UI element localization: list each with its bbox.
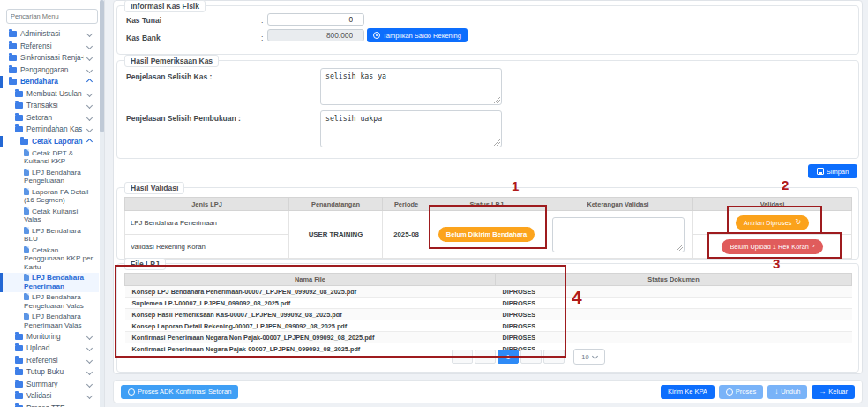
- colon: :: [261, 16, 263, 25]
- chevron-down-icon: [86, 393, 93, 399]
- sidebar-item-lpj-bendahara-pengeluaran-valas[interactable]: LPJ Bendahara Pengeluaran Valas: [0, 292, 99, 312]
- periode-cell: 2025-08: [383, 211, 430, 259]
- sidebar-item-label: Upload: [26, 344, 84, 353]
- table-row: Konfirmasi Penerimaan Negara Non Pajak-0…: [125, 332, 852, 343]
- simpan-button[interactable]: Simpan: [808, 164, 857, 178]
- sidebar-item-sinkronisasi-renja-rka[interactable]: Sinkronisasi Renja-RKA: [0, 52, 99, 64]
- folder-icon: [15, 381, 23, 388]
- folder-icon: [9, 31, 17, 37]
- sidebar-item-penganggaran[interactable]: Penganggaran: [0, 64, 99, 77]
- sidebar-item-setoran[interactable]: Setoran: [0, 112, 99, 124]
- col-nama-file: Nama File: [125, 274, 496, 286]
- pager-prev-button[interactable]: ‹: [475, 350, 496, 364]
- file-icon: [24, 274, 29, 281]
- sidebar-item-lpj-bendahara-blu[interactable]: LPJ Bendahara BLU: [0, 225, 99, 245]
- tampilkan-saldo-rekening-button[interactable]: Tampilkan Saldo Rekening: [367, 28, 468, 42]
- sidebar-item-monitoring[interactable]: Monitoring: [0, 331, 99, 343]
- sidebar-item-transaksi[interactable]: Transaksi: [0, 100, 99, 112]
- keterangan-validasi-cell: [543, 211, 693, 259]
- sidebar-item-label: Cetak DPT & Kuitansi KKP: [24, 149, 73, 166]
- chevron-down-icon: [86, 369, 93, 375]
- sidebar-item-referensi[interactable]: Referensi: [0, 41, 99, 53]
- sidebar-item-cetak-kuitansi-valas[interactable]: Cetak Kuitansi Valas: [0, 206, 99, 225]
- kas-bank-label: Kas Bank: [126, 34, 161, 42]
- belum-upload-rek-koran-button[interactable]: Belum Upload 1 Rek Koran›: [722, 239, 822, 254]
- selisih-kas-textarea[interactable]: selisih kas ya: [320, 68, 502, 105]
- footer-action-bar: Proses ADK Konfirmasi Setoran Kirim Ke K…: [113, 380, 863, 403]
- col-periode: Periode: [383, 198, 430, 211]
- chevron-right-icon: ›: [812, 243, 815, 250]
- sidebar-item-label: Membuat Usulan: [26, 90, 84, 99]
- chevron-down-icon: [86, 55, 93, 61]
- chevron-down-icon: [86, 31, 93, 37]
- file-status-cell: DIPROSES: [496, 320, 852, 332]
- pager-first-button[interactable]: «: [452, 350, 473, 364]
- chevron-down-icon: [86, 358, 93, 364]
- file-status-cell: DIPROSES: [496, 332, 852, 343]
- sidebar: Administrasi Referensi Sinkronisasi Renj…: [0, 0, 105, 407]
- sidebar-item-label: Pemindahan Kas: [26, 125, 84, 134]
- button-label: Belum Upload 1 Rek Koran: [730, 243, 809, 251]
- sidebar-item-cetak-laporan[interactable]: Cetak Laporan: [0, 136, 99, 148]
- proses-button[interactable]: Proses: [719, 385, 763, 399]
- folder-icon: [9, 55, 17, 61]
- keluar-button[interactable]: →Keluar: [812, 385, 855, 399]
- button-label: Proses: [736, 388, 756, 396]
- sidebar-item-lpj-bendahara-penerimaan-valas[interactable]: LPJ Bendahara Penerimaan Valas: [0, 312, 99, 331]
- menu-search-input[interactable]: [6, 9, 98, 24]
- col-status-lpj: Status LPJ: [430, 198, 543, 211]
- file-name-cell: Konsep Hasil Pemeriksaan Kas-00007_LPJPE…: [125, 309, 496, 320]
- file-name-cell: Konsep LPJ Bendahara Penerimaan-00007_LP…: [125, 286, 496, 298]
- sidebar-item-label: Laporan FA Detail (16 Segmen): [24, 188, 88, 205]
- pager-last-button[interactable]: »: [543, 350, 565, 364]
- file-icon: [24, 293, 29, 300]
- chevron-up-icon: [86, 79, 93, 85]
- kas-tunai-input[interactable]: [267, 13, 364, 26]
- sidebar-item-cetakan-penggunaan-kkp[interactable]: Cetakan Penggunaan KKP per Kartu: [0, 245, 99, 273]
- kas-bank-input: [267, 29, 364, 41]
- keterangan-validasi-textarea[interactable]: [552, 217, 685, 252]
- table-row: Konsep Hasil Pemeriksaan Kas-00007_LPJPE…: [125, 309, 852, 320]
- sidebar-item-membuat-usulan[interactable]: Membuat Usulan: [0, 88, 99, 101]
- table-header-row: Jenis LPJ Penandatangan Periode Status L…: [125, 198, 852, 211]
- sidebar-item-proses-tte[interactable]: Proses TTE: [0, 403, 99, 407]
- proses-adk-konfirmasi-setoran-button[interactable]: Proses ADK Konfirmasi Setoran: [121, 385, 238, 399]
- jenis-lpj-cell: Validasi Rekening Koran: [125, 235, 289, 259]
- sidebar-item-tutup-buku[interactable]: Tutup Buku: [0, 366, 99, 379]
- folder-icon: [15, 102, 23, 109]
- colon: :: [261, 34, 263, 42]
- sidebar-item-cetak-dpt-kuitansi-kkp[interactable]: Cetak DPT & Kuitansi KKP: [0, 147, 99, 167]
- kirim-ke-kpa-button[interactable]: Kirim Ke KPA: [661, 385, 715, 399]
- sidebar-item-validasi[interactable]: Validasi: [0, 390, 99, 403]
- sidebar-scrollbar[interactable]: [100, 0, 104, 132]
- save-icon: [817, 168, 824, 175]
- file-icon: [24, 246, 29, 253]
- page-size-select[interactable]: 10: [573, 349, 605, 365]
- sidebar-item-pemindahan-kas[interactable]: Pemindahan Kas: [0, 124, 99, 136]
- file-icon: [24, 207, 29, 215]
- sidebar-scrollbar-track: [100, 0, 104, 407]
- sidebar-item-label: LPJ Bendahara Penerimaan: [24, 274, 84, 290]
- chevron-down-icon: [592, 352, 598, 358]
- sidebar-item-referensi-sub[interactable]: Referensi: [0, 355, 99, 367]
- table-row: Konsep Laporan Detail Rekening-00007_LPJ…: [125, 320, 852, 332]
- sidebar-item-laporan-fa-detail[interactable]: Laporan FA Detail (16 Segmen): [0, 186, 99, 206]
- sidebar-item-administrasi[interactable]: Administrasi: [0, 28, 99, 41]
- folder-icon: [9, 43, 17, 49]
- menu-search-wrap: [0, 0, 104, 28]
- selisih-pembukuan-textarea[interactable]: selisih uakpa: [320, 110, 502, 147]
- folder-icon: [15, 334, 23, 340]
- antrian-diproses-button[interactable]: Antrian Diproses↻: [736, 215, 809, 230]
- sidebar-item-summary[interactable]: Summary: [0, 379, 99, 391]
- unduh-button[interactable]: ↓Unduh: [767, 385, 807, 399]
- file-name-cell: Konfirmasi Penerimaan Negara Non Pajak-0…: [125, 332, 496, 343]
- button-label: Antrian Diproses: [744, 219, 792, 227]
- pager-page-1-button[interactable]: 1: [498, 350, 519, 364]
- sidebar-item-lpj-bendahara-pengeluaran[interactable]: LPJ Bendahara Pengeluaran: [0, 167, 99, 186]
- sidebar-item-upload[interactable]: Upload: [0, 343, 99, 355]
- selisih-pembukuan-label: Penjelasan Selisih Pembukuan :: [126, 114, 241, 123]
- sidebar-item-lpj-bendahara-penerimaan[interactable]: LPJ Bendahara Penerimaan: [0, 273, 99, 292]
- col-status-dokumen: Status Dokumen: [496, 274, 852, 286]
- sidebar-item-bendahara[interactable]: Bendahara: [0, 76, 99, 88]
- pager-next-button[interactable]: ›: [520, 350, 542, 364]
